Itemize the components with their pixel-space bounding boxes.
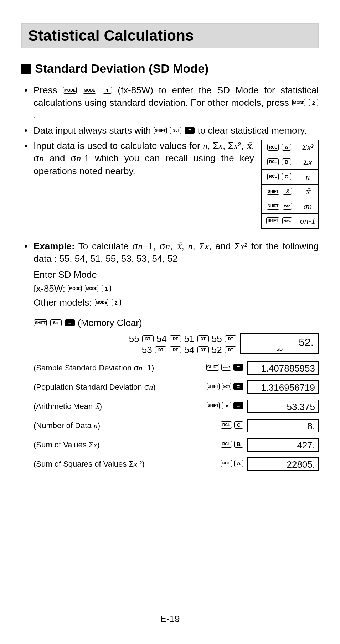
fx85w-line: fx-85W: MODE MODE 1 xyxy=(34,282,319,296)
bullet-2: Data input always starts with SHIFT Scl … xyxy=(24,124,319,137)
result-keys: RCL C xyxy=(220,422,244,429)
recall-keys: SHIFT xyxy=(262,184,297,199)
xsigman-key xyxy=(283,203,292,210)
result-label: (Arithmetic Mean x̄) xyxy=(34,402,206,411)
section-heading-row: Standard Deviation (SD Mode) xyxy=(21,62,319,76)
recall-table: RCL A Σx² RCL B Σx RCL xyxy=(261,140,319,228)
recall-keys: SHIFT xyxy=(262,214,297,228)
bullet-1-end: . xyxy=(34,110,36,120)
example-label: Example: xyxy=(34,241,75,251)
xbar-key xyxy=(222,402,231,409)
table-row: RCL C n xyxy=(262,170,319,184)
rcl-key: RCL xyxy=(267,144,279,151)
table-row: SHIFT x̄ xyxy=(262,184,319,199)
table-row: RCL A Σx² xyxy=(262,140,319,155)
bullet-2-post: to clear statistical memory. xyxy=(198,125,307,136)
two-key: 2 xyxy=(112,299,121,306)
recall-keys: RCL B xyxy=(262,155,297,169)
page-title: Statistical Calculations xyxy=(28,27,312,44)
b-key: B xyxy=(234,441,243,448)
xbar-key xyxy=(283,188,292,195)
data-entry-row: 55 DT 54 DT 51 DT 55 DT 53 DT DT 54 DT 5… xyxy=(34,333,319,355)
result-row: (Sum of Squares of Values Σx ²) RCL A 22… xyxy=(34,457,319,471)
rcl-key: RCL xyxy=(221,441,232,448)
result-keys: SHIFT = xyxy=(206,364,244,372)
mode-key: MODE xyxy=(83,87,96,94)
result-label: (Sum of Values Σx) xyxy=(34,440,220,450)
exe-key: = xyxy=(233,364,243,371)
bullet-1: Press MODE MODE 1 (fx-85W) to enter the … xyxy=(24,84,319,121)
recall-stat: n xyxy=(297,170,319,184)
shift-key: SHIFT xyxy=(207,383,220,390)
result-display: 22805. xyxy=(247,457,319,471)
bullet-2-pre: Data input always starts with xyxy=(34,125,154,136)
result-display: 8. xyxy=(247,419,319,432)
exe-key: = xyxy=(233,402,243,409)
dt-key: DT xyxy=(197,335,209,342)
mode-key: MODE xyxy=(63,87,77,94)
bullet-1-pre: Press xyxy=(34,85,63,95)
other-models-line: Other models: MODE 2 xyxy=(34,296,319,310)
page-number: E-19 xyxy=(0,613,340,624)
rcl-key: RCL xyxy=(267,158,279,165)
shift-key: SHIFT xyxy=(267,203,279,210)
bullet-example: Example: To calculate σn−1, σn, x̄, n, Σ… xyxy=(24,240,319,265)
enter-sd-label: Enter SD Mode xyxy=(34,268,319,282)
dt-key: DT xyxy=(155,346,166,353)
recall-keys: RCL A xyxy=(262,140,297,155)
result-display: 1.316956719 xyxy=(247,380,319,394)
xsigman1-key xyxy=(221,364,231,371)
table-row: RCL B Σx xyxy=(262,155,319,169)
dt-key: DT xyxy=(170,346,181,353)
rcl-key: RCL xyxy=(267,173,279,180)
xsigman-key xyxy=(222,383,231,390)
recall-stat: Σx² xyxy=(297,140,319,155)
exe-key: = xyxy=(65,319,75,326)
shift-key: SHIFT xyxy=(206,364,219,371)
dt-key: DT xyxy=(225,335,236,342)
example-text: To calculate σn−1, σn, x̄, n, Σx, and Σx… xyxy=(34,241,319,264)
recall-stat: Σx xyxy=(297,155,319,169)
a-key: A xyxy=(282,144,291,151)
first-result-value: 52. xyxy=(299,336,314,348)
result-keys: SHIFT = xyxy=(206,403,244,410)
one-key: 1 xyxy=(102,285,111,292)
memory-clear-text: (Memory Clear) xyxy=(78,317,142,328)
memory-clear-line: SHIFT Scl = (Memory Clear) xyxy=(34,316,319,330)
a-key: A xyxy=(234,460,243,467)
result-keys: RCL A xyxy=(220,461,244,468)
result-row: (Population Standard Deviation σn) SHIFT… xyxy=(34,380,319,394)
bullet-3-text: Input data is used to calculate values f… xyxy=(34,140,254,176)
recall-stat: σn-1 xyxy=(297,214,319,228)
recall-keys: SHIFT xyxy=(262,199,297,213)
dt-key: DT xyxy=(225,346,236,353)
c-key: C xyxy=(234,421,243,429)
result-row: (Sum of Values Σx) RCL B 427. xyxy=(34,438,319,452)
dt-key: DT xyxy=(197,346,209,353)
one-key: 1 xyxy=(103,87,112,94)
section-heading: Standard Deviation (SD Mode) xyxy=(35,62,208,76)
result-display: 53.375 xyxy=(247,400,319,413)
result-row: (Sample Standard Deviation σn−1) SHIFT =… xyxy=(34,361,319,375)
xsigman1-key xyxy=(282,217,292,224)
exe-key: = xyxy=(233,383,243,390)
enter-sd-block: Enter SD Mode fx-85W: MODE MODE 1 Other … xyxy=(34,268,319,310)
result-label: (Sample Standard Deviation σn−1) xyxy=(34,363,206,373)
mode-key: MODE xyxy=(68,285,82,292)
recall-stat: x̄ xyxy=(297,184,319,199)
scl-key: Scl xyxy=(50,319,62,326)
rcl-key: RCL xyxy=(221,421,232,429)
result-display: 427. xyxy=(247,438,319,452)
recall-table-wrap: RCL A Σx² RCL B Σx RCL xyxy=(261,140,319,228)
title-bar: Statistical Calculations xyxy=(21,23,319,48)
exe-key: = xyxy=(185,127,195,134)
result-label: (Population Standard Deviation σn) xyxy=(34,383,206,392)
recall-keys: RCL C xyxy=(262,170,297,184)
mode-key: MODE xyxy=(85,285,98,292)
recall-stat: σn xyxy=(297,199,319,213)
shift-key: SHIFT xyxy=(207,402,220,409)
bullet-3: RCL A Σx² RCL B Σx RCL xyxy=(24,140,319,232)
rcl-key: RCL xyxy=(221,460,232,467)
result-row: (Number of Data n) RCL C 8. xyxy=(34,419,319,432)
result-keys: RCL B xyxy=(220,441,244,448)
